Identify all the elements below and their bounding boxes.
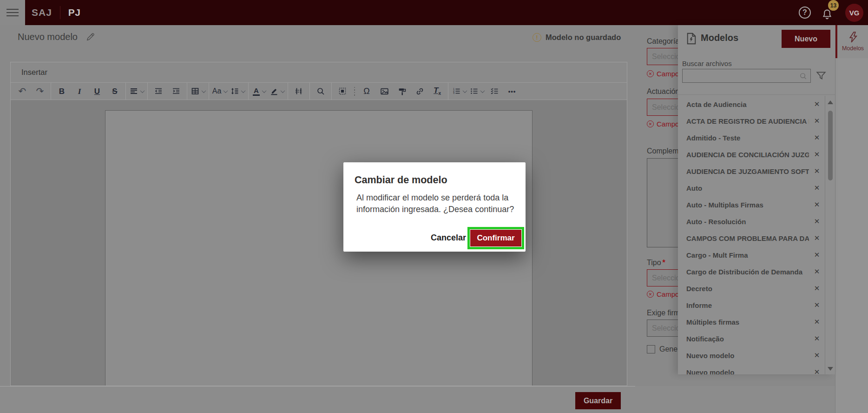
redo-button[interactable]: ↷	[31, 83, 49, 100]
help-button[interactable]: ?	[799, 7, 811, 19]
list-item[interactable]: Admitido - Teste ✕	[678, 129, 825, 146]
list-item[interactable]: Decreto ✕	[678, 280, 825, 297]
align-button[interactable]	[128, 83, 145, 100]
scrollbar-thumb[interactable]	[828, 111, 833, 180]
edit-title-button[interactable]	[86, 33, 95, 41]
list-item-label: AUDIENCIA DE JUZGAMIENTO SOFTPL...	[686, 167, 809, 175]
list-item[interactable]: Cargo de Distribución de Demanda ✕	[678, 263, 825, 280]
filter-icon[interactable]	[815, 70, 827, 81]
hamburger-icon	[7, 9, 19, 16]
special-char-button[interactable]: Ω	[358, 83, 375, 100]
indent-button[interactable]	[167, 83, 185, 100]
notifications-button[interactable]: 13	[821, 5, 835, 20]
remove-icon[interactable]: ✕	[809, 234, 825, 242]
remove-icon[interactable]: ✕	[809, 318, 825, 326]
list-item-label: Informe	[686, 301, 809, 309]
remove-icon[interactable]: ✕	[809, 251, 825, 259]
remove-icon[interactable]: ✕	[809, 133, 825, 142]
outdent-button[interactable]	[150, 83, 167, 100]
format-painter-button[interactable]	[393, 83, 411, 100]
list-item[interactable]: Cargo - Mult Firma ✕	[678, 246, 825, 263]
remove-icon[interactable]: ✕	[809, 200, 825, 209]
remove-icon[interactable]: ✕	[809, 368, 825, 374]
remove-icon[interactable]: ✕	[809, 217, 825, 226]
actuacion-error: ✕Campo	[647, 120, 679, 128]
new-model-button[interactable]: Nuevo	[782, 30, 830, 48]
list-item-label: Nuevo modelo	[686, 352, 809, 360]
save-button[interactable]: Guardar	[575, 392, 621, 409]
search-button[interactable]	[312, 83, 329, 100]
rich-text-editor: Insertar ↶ ↷ B I U S	[10, 62, 627, 386]
tab-insertar[interactable]: Insertar	[21, 68, 47, 77]
insert-link-button[interactable]	[411, 83, 428, 100]
scrollbar[interactable]	[825, 96, 835, 374]
list-item[interactable]: AUDIENCIA DE CONCILIACIÓN JUZGA... ✕	[678, 146, 825, 163]
list-item-label: Múltiples firmas	[686, 318, 809, 326]
checklist-button[interactable]	[486, 83, 503, 100]
remove-icon[interactable]: ✕	[809, 301, 825, 309]
undo-button[interactable]: ↶	[13, 83, 31, 100]
checkbox-icon[interactable]	[647, 345, 655, 353]
scroll-up-icon[interactable]	[828, 100, 833, 104]
list-item[interactable]: Nuevo modelo ✕	[678, 347, 825, 364]
error-icon: ✕	[647, 70, 654, 77]
remove-icon[interactable]: ✕	[809, 150, 825, 159]
bullet-list-button[interactable]	[468, 83, 486, 100]
list-item[interactable]: Auto - Multiplas Firmas ✕	[678, 196, 825, 213]
remove-icon[interactable]: ✕	[809, 267, 825, 276]
list-item[interactable]: Informe ✕	[678, 297, 825, 313]
bottom-bar-divider	[0, 386, 635, 386]
remove-icon[interactable]: ✕	[809, 334, 825, 343]
toolbar-grip-handle[interactable]	[353, 83, 356, 100]
cancel-button[interactable]: Cancelar	[431, 230, 466, 245]
italic-button[interactable]: I	[71, 83, 88, 100]
document-icon	[686, 33, 697, 45]
avatar[interactable]: VG	[845, 4, 863, 22]
remove-icon[interactable]: ✕	[809, 284, 825, 293]
generar-checkbox-row[interactable]: Gener	[647, 345, 680, 353]
highlight-button[interactable]	[268, 83, 286, 100]
remove-icon[interactable]: ✕	[809, 351, 825, 360]
remove-icon[interactable]: ✕	[809, 100, 825, 108]
editor-canvas[interactable]	[11, 100, 627, 386]
ordered-list-button[interactable]: 123	[450, 83, 468, 100]
page-break-button[interactable]	[290, 83, 308, 100]
tab-modelos[interactable]: Modelos	[835, 25, 868, 58]
font-color-button[interactable]: A	[250, 83, 268, 100]
list-item[interactable]: Auto - Resolución ✕	[678, 213, 825, 230]
more-options-button[interactable]: •••	[503, 83, 521, 100]
checklist-icon	[490, 87, 499, 95]
list-item[interactable]: ACTA DE REGISTRO DE AUDIENCIA DE ... ✕	[678, 113, 825, 129]
bold-button[interactable]: B	[53, 83, 71, 100]
list-item[interactable]: Acta de Audiencia ✕	[678, 96, 825, 113]
list-item-label: Acta de Audiencia	[686, 100, 809, 108]
toolbar-divider	[187, 83, 187, 100]
scroll-down-icon[interactable]	[828, 367, 833, 371]
list-item-label: Auto - Multiplas Firmas	[686, 201, 809, 209]
strikethrough-button[interactable]: S	[106, 83, 124, 100]
list-item[interactable]: Nuevo modelo ✕	[678, 364, 825, 374]
remove-icon[interactable]: ✕	[809, 167, 825, 175]
generar-checkbox-label: Gener	[659, 345, 680, 353]
remove-icon[interactable]: ✕	[809, 117, 825, 125]
clear-format-button[interactable]: Tx	[428, 83, 446, 100]
list-item[interactable]: Múltiples firmas ✕	[678, 313, 825, 330]
confirm-button[interactable]: Confirmar	[470, 230, 521, 246]
brand-saj-logo[interactable]: SAJ	[32, 7, 52, 18]
select-all-button[interactable]	[334, 83, 351, 100]
insert-image-button[interactable]	[375, 83, 393, 100]
list-item-label: AUDIENCIA DE CONCILIACIÓN JUZGA...	[686, 151, 809, 159]
table-button[interactable]	[189, 83, 207, 100]
underline-button[interactable]: U	[88, 83, 106, 100]
list-item[interactable]: CAMPOS COM PROBLEMA PARA DATO... ✕	[678, 230, 825, 246]
list-item[interactable]: Auto ✕	[678, 180, 825, 196]
search-input[interactable]	[683, 69, 799, 82]
list-item[interactable]: Notificação ✕	[678, 330, 825, 347]
remove-icon[interactable]: ✕	[809, 184, 825, 192]
font-case-button[interactable]: Aa	[211, 83, 229, 100]
brand-pj-logo[interactable]: PJ	[68, 7, 81, 18]
bold-icon: B	[59, 87, 65, 95]
line-spacing-button[interactable]	[229, 83, 246, 100]
hamburger-menu-button[interactable]	[0, 0, 25, 25]
list-item[interactable]: AUDIENCIA DE JUZGAMIENTO SOFTPL... ✕	[678, 163, 825, 180]
